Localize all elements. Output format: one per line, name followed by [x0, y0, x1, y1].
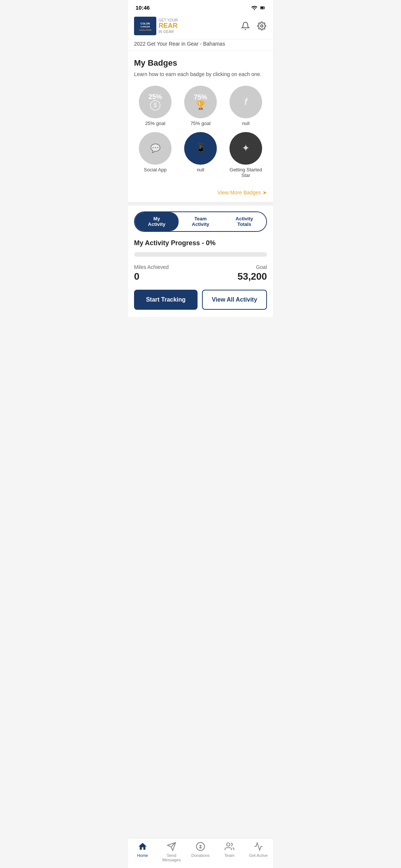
facebook-icon: f [244, 96, 248, 108]
logo-rear: REAR [159, 22, 178, 30]
miles-achieved-label: Miles Achieved [134, 264, 169, 270]
event-subtitle: 2022 Get Your Rear in Gear - Bahamas [134, 41, 225, 47]
badge-fb-label: null [242, 121, 250, 126]
badges-subtitle: Learn how to earn each badge by clicking… [134, 71, 267, 78]
badge-25pct-text: 25% [149, 93, 162, 100]
view-all-activity-button[interactable]: View All Activity [202, 290, 267, 310]
badge-getting-started-label: Getting Started Star [225, 167, 267, 178]
notification-button[interactable] [240, 21, 251, 31]
badge-25pct[interactable]: 25% $ 25% goal [139, 86, 172, 126]
progress-title: My Activity Progress - 0% [134, 239, 267, 247]
view-more-badges-area: View More Badges ➤ [128, 185, 273, 202]
badges-title: My Badges [134, 58, 267, 68]
miles-achieved-value: 0 [134, 271, 169, 282]
badge-phone-circle: 📱 [184, 132, 217, 165]
miles-achieved-group: Miles Achieved 0 [134, 264, 169, 282]
badge-25pct-circle: 25% $ [139, 86, 172, 118]
badge-social-app-circle: 💬 [139, 132, 172, 165]
phone-icon: 📱 [196, 144, 206, 153]
badge-getting-started-circle: ✦ [229, 132, 262, 165]
svg-text:COALITION: COALITION [139, 29, 151, 31]
badge-25pct-label: 25% goal [145, 121, 165, 126]
goal-group: Goal 53,200 [237, 264, 267, 282]
logo-text: GET YOUR REAR IN GEAR [159, 18, 178, 34]
badge-75pct[interactable]: 75% 🏆 75% goal [184, 86, 217, 126]
subtitle-bar: 2022 Get Your Rear in Gear - Bahamas [128, 39, 273, 51]
tab-activity-totals[interactable]: ActivityTotals [222, 212, 266, 231]
start-tracking-button[interactable]: Start Tracking [134, 290, 198, 310]
logo-in-gear: IN GEAR [159, 30, 178, 34]
badges-grid: 25% $ 25% goal 75% 🏆 75% goal f null 💬 [134, 86, 267, 178]
svg-point-7 [261, 25, 263, 27]
svg-text:COLON: COLON [140, 22, 150, 25]
coin-icon: $ [150, 100, 160, 111]
badge-75pct-circle: 75% 🏆 [184, 86, 217, 118]
goal-value: 53,200 [237, 271, 267, 282]
battery-icon [260, 5, 265, 10]
gear-icon [257, 22, 266, 30]
trophy-icon: 🏆 [196, 101, 206, 110]
goal-label: Goal [237, 264, 267, 270]
bell-icon [241, 22, 250, 30]
badge-fb[interactable]: f null [229, 86, 262, 126]
logo-area: COLON CANCER COALITION GET YOUR REAR IN … [134, 17, 178, 35]
svg-point-0 [254, 9, 255, 10]
badges-section: My Badges Learn how to earn each badge b… [128, 51, 273, 185]
logo-box: COLON CANCER COALITION [134, 17, 156, 35]
status-bar: 10:46 [128, 0, 273, 14]
badge-75pct-text: 75% [194, 94, 207, 101]
badge-75pct-label: 75% goal [190, 121, 211, 126]
bottom-spacer [128, 317, 273, 347]
time-display: 10:46 [136, 4, 150, 11]
progress-bar-container [134, 252, 267, 257]
wifi-icon [251, 6, 257, 10]
badge-social-app-label: Social App [144, 167, 166, 172]
settings-button[interactable] [257, 21, 267, 31]
activity-section: MyActivity TeamActivity ActivityTotals M… [128, 206, 273, 317]
activity-tabs: MyActivity TeamActivity ActivityTotals [134, 211, 267, 232]
status-icons [251, 5, 265, 10]
badge-phone-label: null [197, 167, 204, 172]
tab-my-activity[interactable]: MyActivity [135, 212, 179, 231]
badge-fb-circle: f [229, 86, 262, 118]
svg-rect-2 [261, 7, 264, 9]
badge-phone[interactable]: 📱 null [184, 132, 217, 178]
tab-team-activity[interactable]: TeamActivity [179, 212, 222, 231]
miles-row: Miles Achieved 0 Goal 53,200 [134, 264, 267, 282]
svg-text:CANCER: CANCER [140, 26, 150, 28]
section-divider [128, 202, 273, 206]
star-icon: ✦ [242, 142, 250, 154]
badge-getting-started[interactable]: ✦ Getting Started Star [225, 132, 267, 178]
chat-icon: 💬 [150, 144, 160, 153]
view-more-badges-link[interactable]: View More Badges ➤ [218, 190, 267, 195]
app-header: COLON CANCER COALITION GET YOUR REAR IN … [128, 14, 273, 39]
badge-social-app[interactable]: 💬 Social App [139, 132, 172, 178]
ccc-logo-icon: COLON CANCER COALITION [137, 19, 154, 33]
header-icons [240, 21, 267, 31]
action-buttons: Start Tracking View All Activity [134, 290, 267, 310]
